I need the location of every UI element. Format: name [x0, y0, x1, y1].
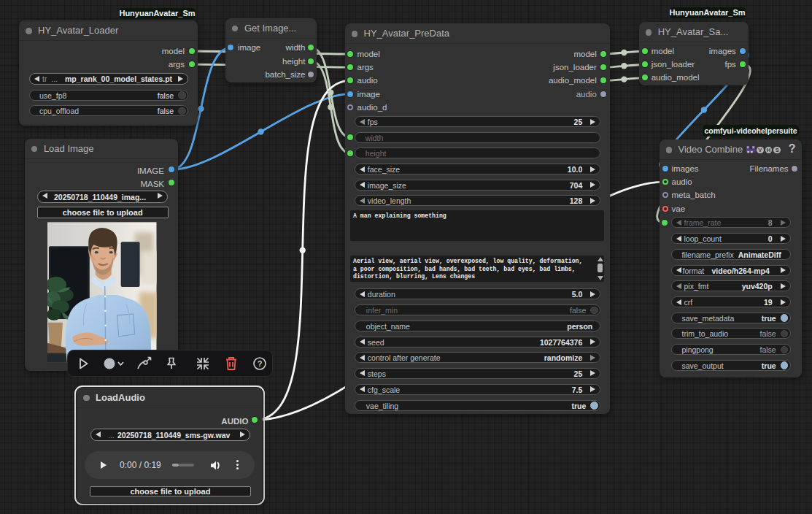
svg-text:?: ?: [257, 359, 262, 368]
